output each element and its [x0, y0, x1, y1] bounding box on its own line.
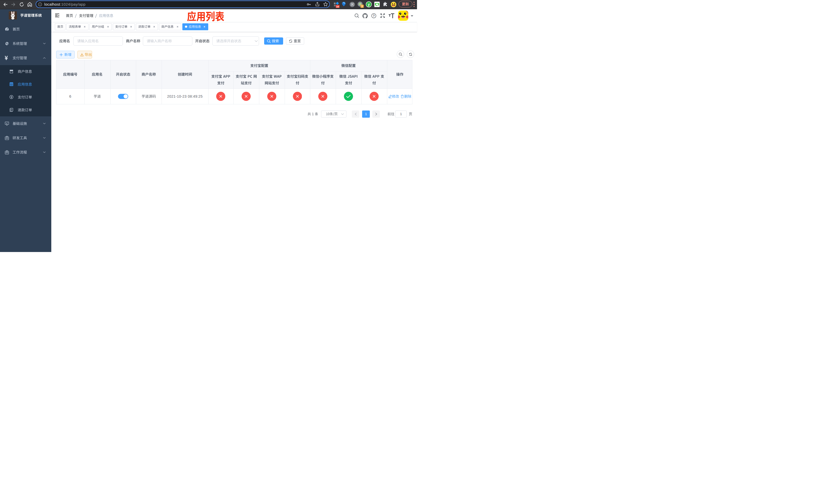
- svg-text:⌘: ⌘: [351, 3, 354, 6]
- svg-text:1: 1: [361, 5, 363, 8]
- svg-text:?: ?: [373, 14, 375, 18]
- svg-text:y: y: [368, 2, 370, 6]
- svg-text:10: 10: [336, 5, 339, 8]
